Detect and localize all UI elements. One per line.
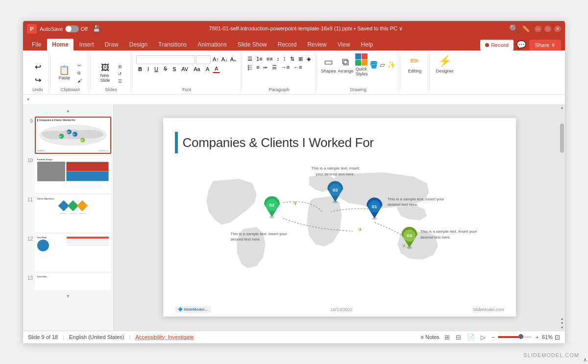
slide-item-9[interactable]: 9 Companies & Clients I Worked For 01 (25, 117, 111, 154)
shapes-tool[interactable]: ▭ Shapes (321, 56, 336, 73)
cut-button[interactable]: ✂ (76, 63, 86, 69)
strikethrough-button[interactable]: S̶ (162, 65, 169, 73)
close-button[interactable]: ✕ (554, 25, 561, 32)
notes-button[interactable]: ≡ Notes (421, 334, 440, 340)
slide-thumb-11[interactable]: Career Objectives Placeholder Placeholde… (35, 195, 111, 232)
smartart-button[interactable]: ◈ (305, 55, 312, 63)
scroll-down-btn[interactable]: ▾ (561, 325, 563, 330)
tab-home[interactable]: Home (47, 39, 73, 50)
slide-item-10[interactable]: 10 Portfolio Design (25, 156, 111, 193)
slide-thumb-12[interactable]: Case Study 👤 (35, 234, 111, 271)
tab-insert[interactable]: Insert (74, 39, 99, 50)
shape-effects-tool[interactable]: ✨ (387, 61, 395, 69)
new-slide-button[interactable]: 🖼 NewSlide (98, 62, 113, 84)
font-color2-button[interactable]: A (213, 65, 220, 73)
shape-fill-tool[interactable]: 🪣 (369, 61, 378, 69)
decrease-font-button[interactable]: A↓ (220, 56, 229, 63)
justify-button[interactable]: ☰ (270, 64, 278, 71)
font-size-input[interactable] (196, 55, 211, 64)
reset-slide-button[interactable]: ↺ (115, 71, 125, 77)
editor-scrollbar-v[interactable]: ▴ ▴ ▾ ▾ (559, 104, 565, 331)
minimize-button[interactable]: ─ (535, 25, 541, 32)
align-right-button[interactable]: ⬰ (262, 64, 270, 71)
italic-button[interactable]: I (146, 66, 151, 73)
slide-thumb-13[interactable]: Career Info... (35, 273, 111, 290)
scroll-up-btn[interactable]: ▴ (561, 105, 563, 110)
clear-format-button[interactable]: Aₓ (229, 56, 237, 63)
scroll-down-small[interactable]: ▾ (561, 321, 563, 325)
format-collapse-icon[interactable]: ▾ (27, 97, 29, 102)
char-spacing-button[interactable]: AV (179, 66, 190, 73)
scroll-up-small[interactable]: ▴ (561, 316, 563, 321)
zoom-handle[interactable] (518, 334, 523, 339)
increase-font-button[interactable]: A↑ (212, 56, 220, 63)
slideshow-button[interactable]: ▷ (480, 333, 487, 342)
pen-icon[interactable]: ✏️ (522, 25, 530, 32)
slide-item-13[interactable]: 13 Career Info... (25, 273, 111, 290)
tab-animations[interactable]: Animations (193, 39, 231, 50)
editing-button[interactable]: ✏ Editing (406, 53, 424, 75)
paste-button[interactable]: 📋 Paste (54, 64, 74, 82)
arrange-tool[interactable]: ⧉ Arrange (338, 56, 353, 73)
section-button[interactable]: ☰ (115, 78, 125, 84)
slide-item-11[interactable]: 11 Career Objectives Placeholder (25, 195, 111, 232)
reading-view-button[interactable]: 📄 (466, 333, 476, 342)
tab-view[interactable]: View (333, 39, 355, 50)
autosave-toggle[interactable] (65, 25, 79, 32)
normal-view-button[interactable]: ⊞ (443, 333, 451, 342)
tab-help[interactable]: Help (356, 39, 378, 50)
slide-thumb-10[interactable]: Portfolio Design (35, 156, 111, 193)
search-icon[interactable]: 🔍 (509, 24, 519, 34)
slide-sorter-button[interactable]: ⊟ (455, 333, 462, 342)
slide-item-12[interactable]: 12 Case Study 👤 (25, 234, 111, 271)
zoom-in-button[interactable]: + (534, 334, 540, 341)
line-spacing-button[interactable]: ↕ (275, 55, 281, 63)
quick-styles-tool[interactable]: QuickStyles (355, 53, 368, 76)
align-center-button[interactable]: ≡ (255, 64, 261, 71)
panel-scroll-down[interactable]: ▾ (25, 292, 111, 300)
ribbon-collapse-button[interactable]: ∧ (583, 357, 587, 363)
maximize-button[interactable]: □ (544, 25, 551, 32)
undo-button[interactable]: ↩ (34, 61, 42, 73)
align-text-button[interactable]: ⊞ (297, 55, 304, 63)
slide-canvas[interactable]: Companies & Clients I Worked For (163, 118, 516, 316)
highlight-button[interactable]: A (204, 66, 211, 73)
save-icon[interactable]: 💾 (93, 25, 100, 32)
tab-slideshow[interactable]: Slide Show (233, 39, 272, 50)
underline-button[interactable]: U (152, 66, 160, 73)
font-name-input[interactable] (136, 55, 195, 64)
accessibility-info[interactable]: Accessibility: Investigate (135, 334, 194, 340)
format-painter-button[interactable]: 🖌 (76, 78, 86, 84)
increase-indent-button[interactable]: →≡ (279, 64, 291, 71)
align-left-button[interactable]: ⬱ (246, 64, 254, 71)
slide-layout-button[interactable]: ⊞ (115, 64, 125, 70)
tab-design[interactable]: Design (124, 39, 152, 50)
bullets-button[interactable]: ☰ (246, 55, 254, 63)
shadow-button[interactable]: S (171, 66, 178, 73)
multi-level-button[interactable]: ≡≡ (265, 55, 274, 63)
tab-file[interactable]: File (27, 39, 46, 50)
redo-button[interactable]: ↪ (34, 74, 42, 86)
fit-slide-button[interactable]: ⊡ (555, 334, 560, 341)
panel-scroll-up[interactable]: ▴ (25, 106, 111, 115)
tab-transitions[interactable]: Transitions (153, 39, 192, 50)
font-color-button[interactable]: Aa (192, 66, 202, 73)
copy-button[interactable]: ⧉ (76, 70, 86, 76)
pin-02[interactable]: 02 (264, 196, 279, 218)
columns-button[interactable]: ⫶ (282, 55, 288, 63)
tab-record[interactable]: Record (273, 39, 302, 50)
pin-01[interactable]: 01 (367, 197, 382, 219)
numbering-button[interactable]: 1≡ (255, 55, 264, 63)
zoom-out-button[interactable]: − (490, 334, 496, 341)
slide-thumb-9[interactable]: Companies & Clients I Worked For 01 02 (35, 117, 111, 154)
bold-button[interactable]: B (136, 66, 144, 73)
comment-button[interactable]: 💬 (516, 40, 526, 49)
tab-review[interactable]: Review (302, 39, 331, 50)
record-button[interactable]: Record (480, 40, 513, 50)
decrease-indent-button[interactable]: ←≡ (292, 64, 303, 71)
designer-button[interactable]: ⚡ Designer (434, 53, 455, 75)
share-button[interactable]: Share ∨ (529, 40, 561, 50)
zoom-slider[interactable] (498, 336, 532, 338)
text-direction-button[interactable]: ⇅ (289, 55, 296, 63)
tab-draw[interactable]: Draw (100, 39, 123, 50)
